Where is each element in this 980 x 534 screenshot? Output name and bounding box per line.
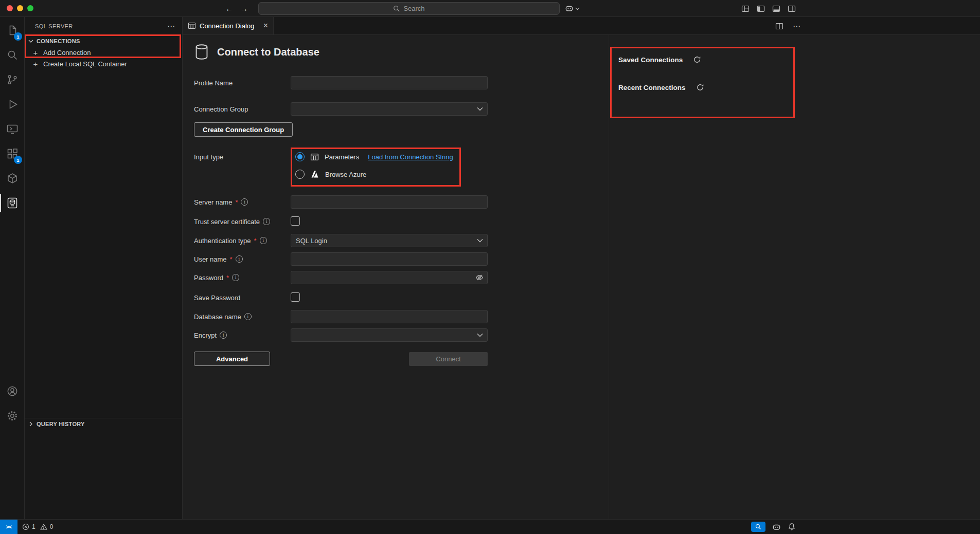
trust-server-certificate-label: Trust server certificate [194, 218, 291, 226]
parameters-icon [310, 153, 319, 161]
parameters-radio[interactable] [295, 152, 305, 161]
toggle-primary-sidebar-icon[interactable] [757, 5, 765, 13]
password-input[interactable] [291, 271, 488, 284]
user-name-label: User name* [194, 255, 291, 263]
forward-icon[interactable]: → [240, 4, 248, 13]
load-from-connection-string-link[interactable]: Load from Connection String [368, 153, 453, 161]
problems-status[interactable]: 1 0 [22, 523, 53, 530]
activity-search[interactable] [0, 43, 24, 67]
query-history-section-header[interactable]: QUERY HISTORY [25, 418, 182, 430]
warning-count: 0 [50, 523, 54, 530]
authentication-type-label: Authentication type* [194, 237, 291, 245]
eye-off-icon[interactable] [475, 273, 484, 282]
plus-icon: + [32, 60, 39, 68]
chevron-down-icon [477, 238, 483, 243]
warning-icon [40, 523, 47, 530]
info-icon[interactable] [244, 313, 252, 320]
save-password-checkbox[interactable] [291, 292, 300, 302]
notifications-bell-icon[interactable] [788, 523, 796, 531]
copilot-menu[interactable] [565, 0, 580, 17]
maximize-window-button[interactable] [27, 5, 33, 11]
info-icon[interactable] [220, 332, 227, 339]
refresh-icon[interactable] [696, 83, 704, 91]
add-connection-label: Add Connection [43, 49, 91, 57]
toggle-secondary-sidebar-icon[interactable] [788, 5, 796, 13]
browse-azure-radio[interactable] [295, 170, 305, 179]
explorer-badge: 1 [14, 32, 22, 41]
minimize-window-button[interactable] [17, 5, 23, 11]
search-icon [6, 49, 19, 61]
advanced-button[interactable]: Advanced [194, 352, 270, 366]
sidebar-title: SQL SERVER [35, 23, 167, 29]
database-name-input[interactable] [291, 310, 488, 323]
zoom-status-button[interactable] [751, 522, 765, 532]
settings-button[interactable] [0, 403, 24, 428]
input-type-label: Input type [194, 150, 291, 163]
toggle-panel-icon[interactable] [772, 5, 780, 13]
info-icon[interactable] [241, 198, 248, 206]
activity-containers[interactable] [0, 166, 24, 191]
activity-source-control[interactable] [0, 67, 24, 92]
save-password-label: Save Password [194, 294, 291, 302]
connections-section-header[interactable]: CONNECTIONS [25, 35, 182, 47]
tab-title: Connection Dialog [200, 22, 260, 30]
connection-group-label: Connection Group [194, 105, 291, 113]
server-name-label: Server name* [194, 198, 291, 206]
customize-layout-icon[interactable] [741, 5, 750, 13]
parameters-radio-label[interactable]: Parameters [325, 153, 359, 161]
status-bar-right [751, 520, 796, 534]
authentication-type-select[interactable]: SQL Login [291, 234, 488, 247]
copilot-status-icon[interactable] [772, 523, 781, 531]
trust-server-certificate-checkbox[interactable] [291, 216, 300, 226]
database-icon [194, 44, 209, 60]
activity-remote-explorer[interactable] [0, 117, 24, 141]
search-placeholder: Search [403, 5, 424, 12]
editor-group: Connection Dialog × ⋯ Connect to Databas… [183, 17, 980, 519]
split-editor-icon[interactable] [775, 22, 783, 30]
page-title: Connect to Database [217, 46, 319, 58]
close-window-button[interactable] [7, 5, 13, 11]
activity-run-debug[interactable] [0, 92, 24, 117]
azure-icon [310, 170, 319, 179]
close-icon[interactable]: × [263, 22, 268, 30]
remote-icon: >< [6, 524, 12, 530]
sidebar-more-icon[interactable]: ⋯ [167, 22, 175, 31]
profile-name-input[interactable] [291, 76, 488, 89]
create-local-sql-container-item[interactable]: + Create Local SQL Container [25, 58, 182, 69]
refresh-icon[interactable] [693, 56, 701, 64]
connection-group-select[interactable] [291, 102, 488, 116]
encrypt-select[interactable] [291, 328, 488, 342]
source-control-icon [6, 73, 19, 86]
info-icon[interactable] [263, 218, 270, 225]
webview-divider [609, 35, 609, 519]
browse-azure-radio-label[interactable]: Browse Azure [325, 171, 366, 178]
remote-indicator[interactable]: >< [0, 520, 17, 534]
info-icon[interactable] [232, 274, 239, 281]
chevron-down-icon [477, 333, 483, 337]
search-input[interactable]: Search [258, 2, 560, 15]
activity-explorer[interactable]: 1 [0, 18, 24, 43]
info-icon[interactable] [236, 255, 243, 263]
info-icon[interactable] [260, 237, 267, 244]
server-name-input[interactable] [291, 195, 488, 209]
activity-extensions[interactable]: 1 [0, 141, 24, 166]
layout-controls [741, 0, 796, 17]
account-button[interactable] [0, 379, 24, 403]
more-actions-icon[interactable]: ⋯ [793, 22, 800, 31]
package-icon [6, 172, 19, 185]
connection-dialog-icon [188, 22, 196, 30]
status-bar: >< 1 0 [0, 519, 980, 534]
chevron-down-icon [27, 37, 35, 45]
chevron-right-icon [27, 420, 35, 428]
create-connection-group-button[interactable]: Create Connection Group [194, 122, 293, 137]
add-connection-item[interactable]: + Add Connection [25, 47, 182, 58]
history-nav: ← → [225, 0, 248, 17]
activity-sql-server[interactable] [0, 191, 24, 215]
run-debug-icon [6, 98, 19, 111]
dialog-heading: Connect to Database [194, 44, 503, 60]
connect-button[interactable]: Connect [409, 352, 488, 366]
back-icon[interactable]: ← [225, 4, 233, 13]
required-marker: * [235, 198, 238, 206]
user-name-input[interactable] [291, 252, 488, 266]
tab-connection-dialog[interactable]: Connection Dialog × [183, 17, 274, 34]
